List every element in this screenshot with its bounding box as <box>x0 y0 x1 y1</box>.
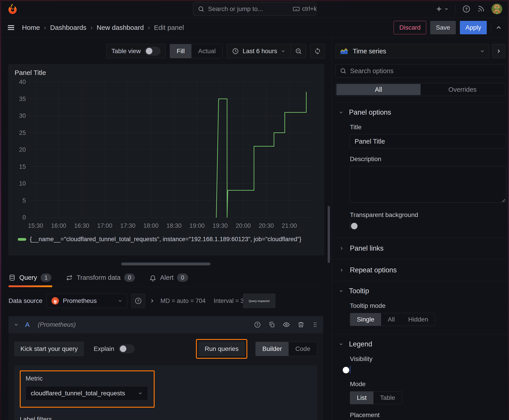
svg-text:20:30: 20:30 <box>259 222 274 229</box>
legend-visibility-toggle[interactable] <box>350 366 350 373</box>
metric-highlight: Metric cloudflared_tunnel_total_requests <box>20 370 155 408</box>
kick-start-button[interactable]: Kick start your query <box>14 342 84 356</box>
datasource-help-button[interactable]: ? <box>131 294 145 308</box>
help-icon[interactable]: ? <box>462 5 471 13</box>
legend-header[interactable]: Legend <box>335 340 505 348</box>
breadcrumb: Home›Dashboards›New dashboard›Edit panel <box>22 24 184 31</box>
time-range-button[interactable]: Last 6 hours <box>227 48 291 55</box>
options-search[interactable] <box>335 64 505 78</box>
query-builder: Metric cloudflared_tunnel_total_requests… <box>14 366 317 420</box>
divider <box>491 23 491 32</box>
run-queries-button[interactable]: Run queries <box>199 342 245 356</box>
search-icon <box>198 6 205 12</box>
global-search-input[interactable] <box>208 5 289 13</box>
legend-mode-label: Mode <box>350 381 505 388</box>
chevron-right-icon[interactable] <box>149 298 155 304</box>
segment-option-single[interactable]: Single <box>350 313 381 326</box>
save-button[interactable]: Save <box>430 21 456 34</box>
discard-button[interactable]: Discard <box>394 21 426 34</box>
query-inspector-button[interactable]: Query inspector <box>243 294 275 308</box>
collapse-header-icon[interactable] <box>495 24 502 31</box>
grafana-logo-icon[interactable] <box>7 3 18 15</box>
tooltip-header[interactable]: Tooltip <box>335 287 505 295</box>
svg-text:17:00: 17:00 <box>97 222 113 229</box>
label-filters-label: Label filters <box>20 416 311 420</box>
legend-placement-label: Placement <box>350 412 505 419</box>
panel-options-header[interactable]: Panel options <box>335 108 505 116</box>
fit-mode-segmented: FillActual <box>170 44 223 58</box>
transparent-background-label: Transparent background <box>350 211 505 218</box>
global-search[interactable]: ctrl+k <box>193 2 316 16</box>
breadcrumb-item[interactable]: Home <box>22 24 40 31</box>
svg-text:0: 0 <box>23 214 26 221</box>
description-textarea[interactable] <box>350 166 506 202</box>
options-search-input[interactable] <box>350 67 501 75</box>
segment-option-table[interactable]: Table <box>373 391 402 404</box>
time-series-viz-icon <box>340 47 348 55</box>
delete-query-icon[interactable] <box>298 321 304 328</box>
visualization-picker[interactable]: Time series <box>335 44 489 58</box>
legend-series-name[interactable]: {__name__="cloudflared_tunnel_total_requ… <box>30 236 301 243</box>
breadcrumb-item[interactable]: New dashboard <box>97 24 144 31</box>
segment-option-list[interactable]: List <box>350 391 373 404</box>
segment-option-all[interactable]: All <box>381 313 402 326</box>
explain-toggle[interactable] <box>119 345 134 353</box>
transparent-background-toggle[interactable] <box>350 222 350 229</box>
section-panel-options: Panel options Title Description Transpar… <box>332 103 509 238</box>
segment-option-hidden[interactable]: Hidden <box>402 313 435 326</box>
refresh-button[interactable] <box>310 44 325 58</box>
section-repeat-options[interactable]: Repeat options <box>335 259 505 281</box>
editor-tabs: Query 1 Transform data 0 Alert 0 <box>8 271 324 287</box>
breadcrumb-separator: › <box>44 24 46 31</box>
section-panel-links[interactable]: Panel links <box>335 238 505 259</box>
toggle-viz-pane-button[interactable] <box>492 44 505 58</box>
zoom-out-button[interactable] <box>291 44 306 58</box>
avatar[interactable] <box>492 4 502 14</box>
time-series-chart[interactable]: 051015202530354015:3016:0016:3017:0017:3… <box>15 78 319 235</box>
query-row-header[interactable]: A (Prometheus) ? <box>8 316 323 333</box>
drag-handle-icon[interactable] <box>312 322 318 328</box>
breadcrumb-item[interactable]: Dashboards <box>50 24 86 31</box>
metric-label: Metric <box>26 375 148 382</box>
segment-option-code[interactable]: Code <box>289 342 317 356</box>
news-icon[interactable] <box>477 5 485 13</box>
explain-label: Explain <box>94 345 114 352</box>
segment-option-fill[interactable]: Fill <box>170 44 191 58</box>
menu-icon[interactable] <box>7 23 15 32</box>
repeat-options-label: Repeat options <box>350 266 397 274</box>
new-menu-button[interactable] <box>435 5 449 13</box>
pane-resize-handle[interactable] <box>121 262 211 265</box>
query-editor-row: A (Prometheus) ? <box>8 316 323 420</box>
section-legend: Legend Visibility Mode ListTable Placeme… <box>332 334 509 420</box>
metric-select[interactable]: cloudflared_tunnel_total_requests <box>26 386 148 400</box>
panel-title-input[interactable] <box>350 134 506 148</box>
panel-options-heading: Panel options <box>349 108 391 116</box>
segment-option-overrides[interactable]: Overrides <box>421 84 505 95</box>
panel-links-label: Panel links <box>350 244 384 252</box>
query-help-icon[interactable]: ? <box>254 321 261 328</box>
svg-text:15: 15 <box>19 163 26 170</box>
apply-button[interactable]: Apply <box>460 21 487 34</box>
segment-option-all[interactable]: All <box>336 84 421 95</box>
breadcrumb-item: Edit panel <box>154 24 184 31</box>
legend-swatch[interactable] <box>18 238 26 241</box>
svg-text:16:00: 16:00 <box>51 222 66 229</box>
panel-toolbar: Table view FillActual Last 6 hours <box>0 44 325 58</box>
table-view-toggle[interactable] <box>145 47 160 55</box>
legend-heading: Legend <box>349 340 372 348</box>
scrollbar[interactable] <box>328 206 330 263</box>
segment-option-builder[interactable]: Builder <box>256 342 289 356</box>
chevron-down-icon <box>339 342 344 347</box>
breadcrumb-separator: › <box>148 24 150 31</box>
tab-transform-data[interactable]: Transform data 0 <box>66 271 136 287</box>
datasource-picker[interactable]: Prometheus <box>46 294 127 308</box>
svg-text:17:30: 17:30 <box>120 222 136 229</box>
time-range-control: Last 6 hours <box>227 44 306 58</box>
chevron-down-icon[interactable] <box>14 322 19 327</box>
duplicate-query-icon[interactable] <box>268 321 275 328</box>
segment-option-actual[interactable]: Actual <box>191 44 222 58</box>
hide-query-icon[interactable] <box>283 321 290 328</box>
svg-text:?: ? <box>465 7 467 11</box>
tab-query[interactable]: Query 1 <box>8 271 52 287</box>
tab-alert[interactable]: Alert 0 <box>149 271 189 287</box>
